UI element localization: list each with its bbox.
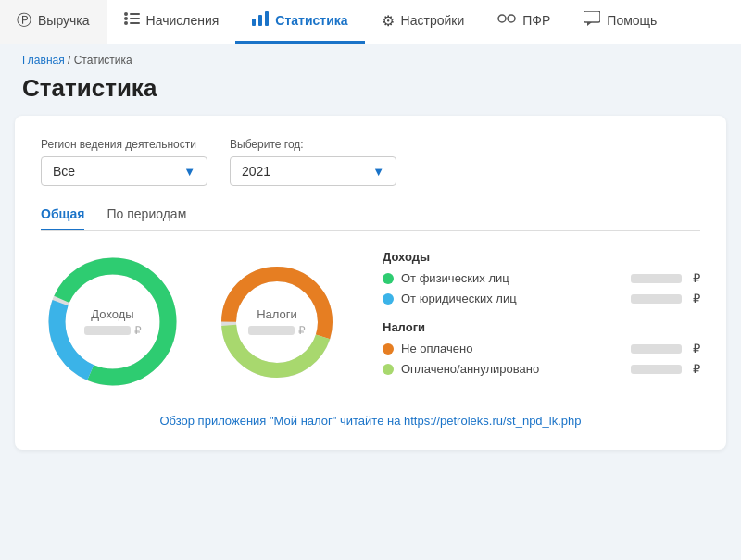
svg-rect-3 xyxy=(130,18,140,19)
nav-label-settings: Настройки xyxy=(401,13,465,28)
unpaid-value-blur xyxy=(631,344,682,354)
svg-point-9 xyxy=(498,15,506,22)
tab-general[interactable]: Общая xyxy=(41,206,84,230)
paid-dot-icon xyxy=(383,364,394,375)
help-icon xyxy=(584,11,600,30)
svg-rect-1 xyxy=(130,13,140,15)
taxes-donut-label: Налоги ₽ xyxy=(248,307,306,337)
taxes-value-blur xyxy=(248,326,295,335)
physical-label: От физических лиц xyxy=(401,271,623,285)
region-filter-value: Все xyxy=(53,164,75,179)
nav-item-revenue[interactable]: Ⓟ Выручка xyxy=(0,0,107,44)
year-chevron-icon: ▼ xyxy=(372,165,384,179)
paid-currency: ₽ xyxy=(693,362,700,376)
main-content: Главная / Статистика Статистика Регион в… xyxy=(0,44,741,560)
legend-income-title: Доходы xyxy=(383,250,700,264)
year-filter-select[interactable]: 2021 ▼ xyxy=(230,156,396,186)
svg-rect-6 xyxy=(252,19,256,26)
filters-row: Регион ведения деятельности Все ▼ Выбери… xyxy=(41,138,700,186)
paid-value-blur xyxy=(631,365,682,374)
svg-rect-11 xyxy=(584,11,600,22)
legal-dot-icon xyxy=(383,293,394,305)
svg-point-0 xyxy=(124,12,128,16)
svg-rect-7 xyxy=(258,15,262,26)
taxes-donut-wrapper: Налоги ₽ xyxy=(212,257,342,387)
footer-link[interactable]: Обзор приложения "Мой налог" читайте на … xyxy=(41,414,700,428)
region-filter-label: Регион ведения деятельности xyxy=(41,138,207,151)
legend-item-legal: От юридических лиц ₽ xyxy=(383,292,700,305)
nav-item-help[interactable]: Помощь xyxy=(567,0,673,44)
region-chevron-icon: ▼ xyxy=(183,165,195,179)
income-donut-label: Доходы ₽ xyxy=(84,307,142,337)
income-label-title: Доходы xyxy=(84,307,142,321)
donut-charts: Доходы ₽ xyxy=(41,250,342,393)
legend-item-unpaid: Не оплачено ₽ xyxy=(383,342,700,355)
breadcrumb-home[interactable]: Главная xyxy=(22,54,65,67)
legend-item-physical: От физических лиц ₽ xyxy=(383,271,700,285)
nav-label-accruals: Начисления xyxy=(146,13,220,28)
revenue-icon: Ⓟ xyxy=(17,11,31,31)
svg-rect-5 xyxy=(130,22,140,24)
footer-text: Обзор приложения "Мой налог" читайте на … xyxy=(159,414,581,428)
nav-label-revenue: Выручка xyxy=(38,13,90,28)
legend-item-paid: Оплачено/аннулировано ₽ xyxy=(383,362,700,376)
region-filter-select[interactable]: Все ▼ xyxy=(41,156,207,186)
unpaid-dot-icon xyxy=(383,343,394,355)
page-title: Статистика xyxy=(0,70,741,116)
legal-label: От юридических лиц xyxy=(401,292,623,305)
year-filter-value: 2021 xyxy=(242,164,270,179)
physical-dot-icon xyxy=(383,273,394,284)
legal-value-blur xyxy=(631,294,682,304)
nav-item-settings[interactable]: ⚙ Настройки xyxy=(365,0,482,44)
svg-point-2 xyxy=(124,17,128,20)
physical-currency: ₽ xyxy=(693,271,700,285)
pfr-icon xyxy=(497,11,516,30)
breadcrumb-separator: / xyxy=(68,54,74,67)
tabs-row: Общая По периодам xyxy=(41,206,700,231)
nav-label-help: Помощь xyxy=(607,13,657,28)
legend-section: Доходы От физических лиц ₽ От юридически… xyxy=(364,250,700,382)
taxes-label-value: ₽ xyxy=(248,324,306,337)
legal-currency: ₽ xyxy=(693,292,700,305)
unpaid-currency: ₽ xyxy=(693,342,700,355)
statistics-icon xyxy=(252,11,269,30)
year-filter-group: Выберите год: 2021 ▼ xyxy=(230,138,396,186)
svg-point-4 xyxy=(124,21,128,25)
income-label-value: ₽ xyxy=(84,324,142,337)
income-value-blur xyxy=(84,326,131,335)
accruals-icon xyxy=(123,12,140,29)
top-navigation: Ⓟ Выручка Начисления Статистика ⚙ Настро… xyxy=(0,0,741,44)
region-filter-group: Регион ведения деятельности Все ▼ xyxy=(41,138,207,186)
statistics-card: Регион ведения деятельности Все ▼ Выбери… xyxy=(15,116,726,450)
nav-label-pfr: ПФР xyxy=(522,13,550,28)
taxes-label-title: Налоги xyxy=(248,307,306,321)
physical-value-blur xyxy=(631,274,682,283)
unpaid-label: Не оплачено xyxy=(401,342,623,355)
year-filter-label: Выберите год: xyxy=(230,138,396,151)
breadcrumb-current: Статистика xyxy=(74,54,132,67)
legend-taxes-title: Налоги xyxy=(383,320,700,334)
nav-label-statistics: Статистика xyxy=(275,13,347,28)
svg-rect-8 xyxy=(265,11,269,26)
nav-item-accruals[interactable]: Начисления xyxy=(107,0,236,44)
paid-label: Оплачено/аннулировано xyxy=(401,362,623,376)
nav-item-pfr[interactable]: ПФР xyxy=(481,0,567,44)
nav-item-statistics[interactable]: Статистика xyxy=(235,0,364,44)
settings-icon: ⚙ xyxy=(382,12,395,30)
charts-section: Доходы ₽ xyxy=(41,250,700,393)
breadcrumb: Главная / Статистика xyxy=(0,44,741,70)
svg-point-10 xyxy=(508,15,515,22)
tab-periods[interactable]: По периодам xyxy=(107,206,186,230)
income-donut-wrapper: Доходы ₽ xyxy=(41,250,184,393)
